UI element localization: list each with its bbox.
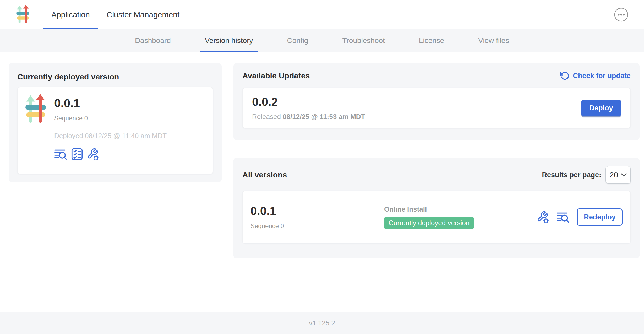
tab-cluster-management-label: Cluster Management xyxy=(107,10,179,19)
deployed-timestamp: Deployed 08/12/25 @ 11:40 am MDT xyxy=(54,132,167,140)
chevron-down-icon xyxy=(621,173,627,177)
right-column: Available Updates Check for update 0.0.2 xyxy=(233,63,640,312)
currently-deployed-badge: Currently deployed version xyxy=(384,217,474,229)
top-nav: Application Cluster Management xyxy=(0,0,644,29)
edit-config-icon[interactable] xyxy=(87,148,99,160)
tab-troubleshoot-label: Troubleshoot xyxy=(342,36,385,45)
results-per-page-value: 20 xyxy=(609,170,618,179)
console-tabs: Application Cluster Management xyxy=(43,0,188,29)
app-logo-icon xyxy=(25,94,49,168)
update-info: 0.0.2 Released 08/12/25 @ 11:53 am MDT xyxy=(252,95,365,121)
deployed-version-info: 0.0.1 Sequence 0 Deployed 08/12/25 @ 11:… xyxy=(54,94,167,168)
footer: v1.125.2 xyxy=(0,312,644,334)
row-sequence: Sequence 0 xyxy=(250,222,384,230)
install-type-label: Online Install xyxy=(384,205,537,213)
deployed-version-panel: 0.0.1 Sequence 0 Deployed 08/12/25 @ 11:… xyxy=(17,87,213,174)
row-version-info: 0.0.1 Sequence 0 xyxy=(250,204,384,230)
all-versions-title: All versions xyxy=(242,170,287,179)
currently-deployed-title: Currently deployed version xyxy=(17,72,213,81)
tab-version-history-label: Version history xyxy=(205,36,253,45)
released-label: Released xyxy=(252,113,281,121)
results-per-page-label: Results per page: xyxy=(542,171,601,179)
available-updates-card: Available Updates Check for update 0.0.2 xyxy=(233,63,640,140)
row-version-number: 0.0.1 xyxy=(250,204,384,218)
refresh-icon xyxy=(560,71,570,80)
update-version-number: 0.0.2 xyxy=(252,95,365,109)
preflight-checks-icon[interactable] xyxy=(71,148,83,160)
overflow-menu-button[interactable] xyxy=(614,8,628,22)
tab-license-label: License xyxy=(419,36,444,45)
tab-view-files-label: View files xyxy=(478,36,509,45)
console-version: v1.125.2 xyxy=(309,319,335,327)
view-logs-icon[interactable] xyxy=(54,148,67,160)
view-logs-icon[interactable] xyxy=(556,211,570,223)
tab-view-files[interactable]: View files xyxy=(473,29,514,52)
tab-application[interactable]: Application xyxy=(43,0,98,29)
redeploy-button[interactable]: Redeploy xyxy=(577,208,623,226)
deployed-actions xyxy=(54,148,167,160)
tab-troubleshoot[interactable]: Troubleshoot xyxy=(337,29,389,52)
check-for-update-link[interactable]: Check for update xyxy=(560,71,631,80)
main-content: Currently deployed version 0.0.1 Sequenc… xyxy=(0,52,644,312)
tab-config-label: Config xyxy=(287,36,308,45)
results-per-page-select[interactable]: 20 xyxy=(605,166,631,184)
tab-config[interactable]: Config xyxy=(282,29,313,52)
tab-dashboard[interactable]: Dashboard xyxy=(130,29,176,52)
currently-deployed-card: Currently deployed version 0.0.1 Sequenc… xyxy=(9,63,222,182)
released-date: 08/12/25 @ 11:53 am MDT xyxy=(283,113,365,121)
update-row: 0.0.2 Released 08/12/25 @ 11:53 am MDT D… xyxy=(242,88,631,128)
tab-application-label: Application xyxy=(51,10,90,19)
results-per-page: Results per page: 20 xyxy=(542,166,631,184)
deploy-button[interactable]: Deploy xyxy=(581,100,621,116)
tab-cluster-management[interactable]: Cluster Management xyxy=(98,0,188,29)
tab-version-history[interactable]: Version history xyxy=(200,29,258,52)
check-for-update-label: Check for update xyxy=(573,72,631,80)
update-released-timestamp: Released 08/12/25 @ 11:53 am MDT xyxy=(252,113,365,121)
row-actions: Redeploy xyxy=(537,208,623,226)
all-versions-card: All versions Results per page: 20 xyxy=(233,158,640,258)
edit-config-icon[interactable] xyxy=(537,211,549,223)
row-install-info: Online Install Currently deployed versio… xyxy=(384,205,537,229)
version-row: 0.0.1 Sequence 0 Online Install Currentl… xyxy=(242,191,631,243)
tab-license[interactable]: License xyxy=(414,29,449,52)
tab-dashboard-label: Dashboard xyxy=(135,36,171,45)
deployed-version-number: 0.0.1 xyxy=(54,97,167,110)
app-logo-icon xyxy=(16,5,31,24)
app-subnav: Dashboard Version history Config Trouble… xyxy=(0,29,644,52)
ellipsis-menu-icon xyxy=(614,8,628,22)
deployed-sequence: Sequence 0 xyxy=(54,115,167,122)
available-updates-title: Available Updates xyxy=(242,71,310,80)
